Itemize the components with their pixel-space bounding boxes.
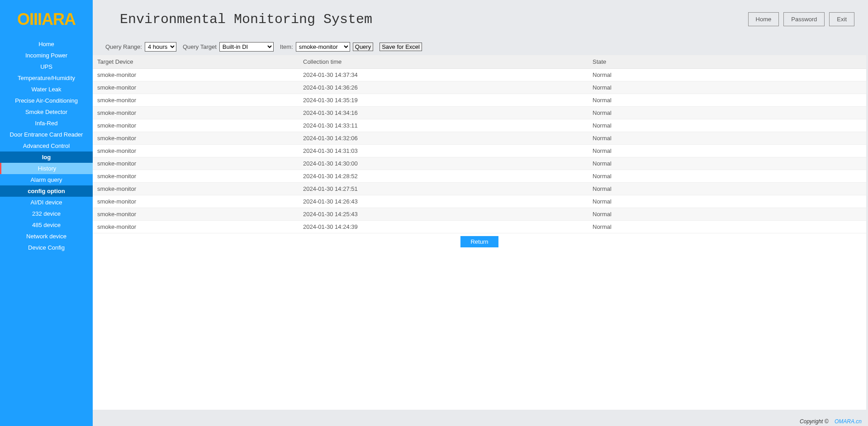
footer: Copyright © OMARA.cn [93, 417, 868, 426]
query-item-select[interactable]: smoke-monitor [296, 42, 350, 52]
table-row: smoke-monitor2024-01-30 14:30:00Normal [93, 157, 866, 170]
table-row: smoke-monitor2024-01-30 14:32:06Normal [93, 132, 866, 145]
table-row: smoke-monitor2024-01-30 14:28:52Normal [93, 170, 866, 183]
query-target-select[interactable]: Built-in DI [219, 42, 274, 52]
cell-time: 2024-01-30 14:33:11 [299, 119, 588, 132]
main-content: Environmental Monitoring System Home Pas… [93, 0, 868, 426]
sidebar-item-infa-red[interactable]: Infa-Red [0, 118, 93, 129]
sidebar-item-home[interactable]: Home [0, 38, 93, 50]
cell-time: 2024-01-30 14:37:34 [299, 69, 588, 81]
query-target-label: Query Target [183, 43, 217, 50]
cell-state: Normal [588, 69, 866, 81]
th-time: Collection time [299, 55, 588, 69]
cell-time: 2024-01-30 14:32:06 [299, 132, 588, 145]
cell-device: smoke-monitor [93, 107, 299, 119]
cell-time: 2024-01-30 14:31:03 [299, 145, 588, 157]
sidebar-item-incoming-power[interactable]: Incoming Power [0, 50, 93, 61]
horizontal-scrollbar[interactable] [94, 410, 867, 417]
sidebar-item-temperature-humidity[interactable]: Temperature/Humidity [0, 72, 93, 84]
sidebar-item-device-config[interactable]: Device Config [0, 242, 93, 253]
sidebar-item-history[interactable]: History [0, 163, 93, 174]
cell-state: Normal [588, 94, 866, 107]
cell-time: 2024-01-30 14:30:00 [299, 157, 588, 170]
query-item-label: Item: [280, 43, 293, 50]
cell-state: Normal [588, 221, 866, 233]
cell-time: 2024-01-30 14:27:51 [299, 183, 588, 195]
save-excel-button[interactable]: Save for Excel [379, 43, 422, 51]
logo: OIIIARA [0, 0, 93, 38]
cell-device: smoke-monitor [93, 170, 299, 183]
sidebar-item-alarm-query[interactable]: Alarm query [0, 174, 93, 185]
cell-device: smoke-monitor [93, 69, 299, 81]
cell-state: Normal [588, 195, 866, 208]
cell-time: 2024-01-30 14:26:43 [299, 195, 588, 208]
sidebar-item-ups[interactable]: UPS [0, 61, 93, 72]
sidebar-item-door-entrance-card-reader[interactable]: Door Entrance Card Reader [0, 129, 93, 140]
th-state: State [588, 55, 866, 69]
cell-device: smoke-monitor [93, 119, 299, 132]
table-row: smoke-monitor2024-01-30 14:34:16Normal [93, 107, 866, 119]
table-scroll-area[interactable]: Target Device Collection time State smok… [93, 55, 866, 410]
cell-time: 2024-01-30 14:35:19 [299, 94, 588, 107]
sidebar-item-network-device[interactable]: Network device [0, 231, 93, 242]
cell-device: smoke-monitor [93, 208, 299, 221]
sidebar-item-smoke-detector[interactable]: Smoke Detector [0, 106, 93, 118]
cell-device: smoke-monitor [93, 183, 299, 195]
table-row: smoke-monitor2024-01-30 14:26:43Normal [93, 195, 866, 208]
table-footer: Return [93, 233, 866, 249]
th-device: Target Device [93, 55, 299, 69]
sidebar-item-config-option[interactable]: config option [0, 185, 93, 197]
table-row: smoke-monitor2024-01-30 14:24:39Normal [93, 221, 866, 233]
table-row: smoke-monitor2024-01-30 14:37:34Normal [93, 69, 866, 81]
cell-device: smoke-monitor [93, 81, 299, 94]
table-row: smoke-monitor2024-01-30 14:35:19Normal [93, 94, 866, 107]
cell-device: smoke-monitor [93, 132, 299, 145]
footer-link[interactable]: OMARA.cn [835, 418, 862, 425]
cell-state: Normal [588, 132, 866, 145]
cell-state: Normal [588, 170, 866, 183]
sidebar-item-485-device[interactable]: 485 device [0, 219, 93, 231]
cell-state: Normal [588, 119, 866, 132]
return-button[interactable]: Return [460, 236, 498, 247]
header: Environmental Monitoring System Home Pas… [93, 0, 868, 38]
cell-time: 2024-01-30 14:25:43 [299, 208, 588, 221]
data-table: Target Device Collection time State smok… [93, 55, 866, 233]
sidebar-item-232-device[interactable]: 232 device [0, 208, 93, 219]
table-row: smoke-monitor2024-01-30 14:27:51Normal [93, 183, 866, 195]
cell-device: smoke-monitor [93, 94, 299, 107]
sidebar: OIIIARA HomeIncoming PowerUPSTemperature… [0, 0, 93, 426]
cell-time: 2024-01-30 14:24:39 [299, 221, 588, 233]
query-range-select[interactable]: 4 hours [145, 42, 176, 52]
password-button[interactable]: Password [783, 12, 825, 26]
home-button[interactable]: Home [748, 12, 779, 26]
exit-button[interactable]: Exit [829, 12, 854, 26]
sidebar-item-log[interactable]: log [0, 151, 93, 163]
table-row: smoke-monitor2024-01-30 14:33:11Normal [93, 119, 866, 132]
page-title: Environmental Monitoring System [120, 12, 748, 27]
cell-device: smoke-monitor [93, 221, 299, 233]
sidebar-item-water-leak[interactable]: Water Leak [0, 84, 93, 95]
cell-time: 2024-01-30 14:28:52 [299, 170, 588, 183]
query-button[interactable]: Query [353, 43, 373, 51]
cell-time: 2024-01-30 14:34:16 [299, 107, 588, 119]
cell-state: Normal [588, 145, 866, 157]
sidebar-item-precise-air-conditioning[interactable]: Precise Air-Conditioning [0, 95, 93, 106]
nav-list: HomeIncoming PowerUPSTemperature/Humidit… [0, 38, 93, 253]
cell-state: Normal [588, 183, 866, 195]
query-range-label: Query Range: [105, 43, 142, 50]
cell-device: smoke-monitor [93, 157, 299, 170]
cell-time: 2024-01-30 14:36:26 [299, 81, 588, 94]
sidebar-item-ai-di-device[interactable]: AI/DI device [0, 197, 93, 208]
cell-state: Normal [588, 107, 866, 119]
table-row: smoke-monitor2024-01-30 14:36:26Normal [93, 81, 866, 94]
copyright-text: Copyright © [800, 418, 829, 425]
sidebar-item-advanced-control[interactable]: Advanced Control [0, 140, 93, 151]
cell-state: Normal [588, 208, 866, 221]
cell-state: Normal [588, 81, 866, 94]
header-buttons: Home Password Exit [748, 12, 854, 26]
cell-device: smoke-monitor [93, 195, 299, 208]
table-row: smoke-monitor2024-01-30 14:25:43Normal [93, 208, 866, 221]
cell-device: smoke-monitor [93, 145, 299, 157]
query-bar: Query Range: 4 hours Query Target Built-… [93, 38, 868, 55]
table-row: smoke-monitor2024-01-30 14:31:03Normal [93, 145, 866, 157]
